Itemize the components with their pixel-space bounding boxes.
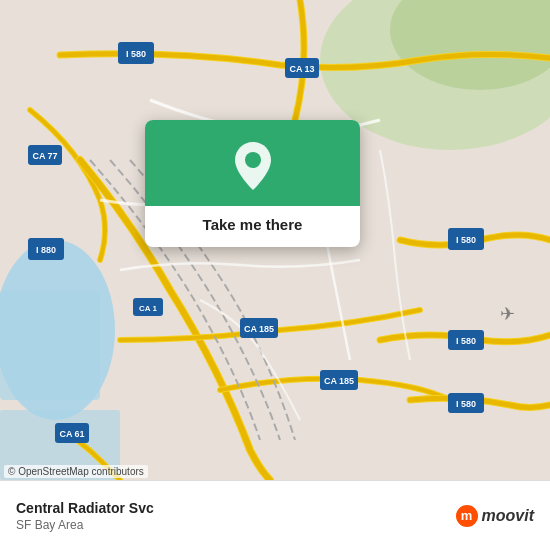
place-info: Central Radiator Svc SF Bay Area xyxy=(16,500,154,532)
place-name: Central Radiator Svc xyxy=(16,500,154,516)
svg-text:CA 185: CA 185 xyxy=(324,376,354,386)
svg-text:CA 13: CA 13 xyxy=(289,64,314,74)
svg-text:I 580: I 580 xyxy=(456,235,476,245)
svg-text:CA 61: CA 61 xyxy=(59,429,84,439)
svg-text:I 880: I 880 xyxy=(36,245,56,255)
svg-text:CA 1: CA 1 xyxy=(139,304,157,313)
svg-text:CA 77: CA 77 xyxy=(32,151,57,161)
take-me-there-card[interactable]: Take me there xyxy=(145,120,360,247)
svg-point-29 xyxy=(245,152,261,168)
place-area: SF Bay Area xyxy=(16,518,154,532)
location-pin-icon xyxy=(231,140,275,192)
svg-text:I 580: I 580 xyxy=(456,399,476,409)
moovit-text: moovit xyxy=(482,507,534,525)
moovit-logo[interactable]: m moovit xyxy=(456,505,534,527)
svg-rect-4 xyxy=(0,290,100,400)
svg-text:I 580: I 580 xyxy=(456,336,476,346)
svg-text:CA 185: CA 185 xyxy=(244,324,274,334)
map-container: I 580 CA 13 CA 77 I 880 CA 1 CA 185 CA 1… xyxy=(0,0,550,480)
svg-text:I 580: I 580 xyxy=(126,49,146,59)
moovit-icon: m xyxy=(456,505,478,527)
bottom-bar: Central Radiator Svc SF Bay Area m moovi… xyxy=(0,480,550,550)
take-me-there-button[interactable]: Take me there xyxy=(187,206,319,247)
svg-text:✈: ✈ xyxy=(500,304,515,324)
osm-credit: © OpenStreetMap contributors xyxy=(4,465,148,478)
card-top xyxy=(145,120,360,206)
